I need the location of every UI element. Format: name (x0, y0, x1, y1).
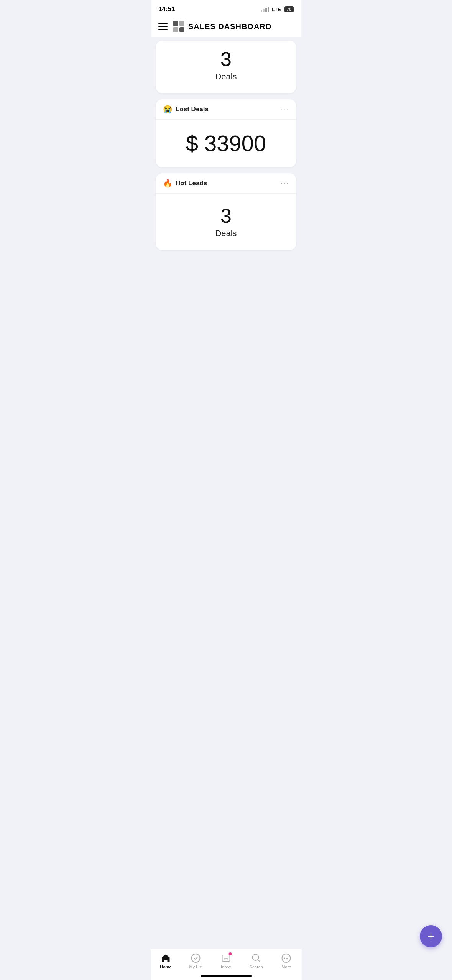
status-icons: LTE 70 (261, 6, 294, 12)
hot-leads-title: 🔥 Hot Leads (163, 179, 207, 188)
hot-leads-card-header: 🔥 Hot Leads ··· (156, 173, 296, 194)
hot-leads-card-body: 3 Deals (156, 194, 296, 250)
lost-deals-card-header: 😭 Lost Deals ··· (156, 99, 296, 120)
status-bar: 14:51 LTE 70 (151, 0, 301, 16)
main-content: 3 Deals 😭 Lost Deals ··· $ 33900 🔥 Hot L… (151, 37, 301, 294)
lost-deals-title: 😭 Lost Deals (163, 105, 209, 114)
hot-leads-card: 🔥 Hot Leads ··· 3 Deals (156, 173, 296, 250)
lost-deals-card-body: $ 33900 (156, 120, 296, 167)
app-logo: SALES DASHBOARD (173, 21, 271, 32)
page-title: SALES DASHBOARD (188, 22, 271, 31)
status-time: 14:51 (158, 5, 175, 13)
hot-leads-menu-button[interactable]: ··· (280, 179, 289, 187)
top-partial-card: 3 Deals (156, 41, 296, 93)
hot-leads-emoji: 🔥 (163, 179, 173, 188)
logo-icon (173, 21, 184, 32)
hot-leads-number: 3 (164, 205, 288, 227)
lost-deals-label: Lost Deals (176, 105, 209, 113)
header: SALES DASHBOARD (151, 16, 301, 37)
lost-deals-amount: $ 33900 (164, 131, 288, 156)
top-card-label: Deals (164, 72, 288, 82)
lost-deals-menu-button[interactable]: ··· (280, 105, 289, 114)
lost-deals-emoji: 😭 (163, 105, 173, 114)
hot-leads-label: Hot Leads (176, 179, 207, 187)
lte-label: LTE (272, 7, 281, 12)
lost-deals-card: 😭 Lost Deals ··· $ 33900 (156, 99, 296, 167)
top-partial-card-body: 3 Deals (156, 41, 296, 93)
hot-leads-deals-label: Deals (164, 229, 288, 238)
battery-indicator: 70 (284, 6, 294, 12)
signal-icon (261, 7, 269, 12)
top-card-number: 3 (164, 48, 288, 70)
menu-button[interactable] (158, 23, 168, 30)
